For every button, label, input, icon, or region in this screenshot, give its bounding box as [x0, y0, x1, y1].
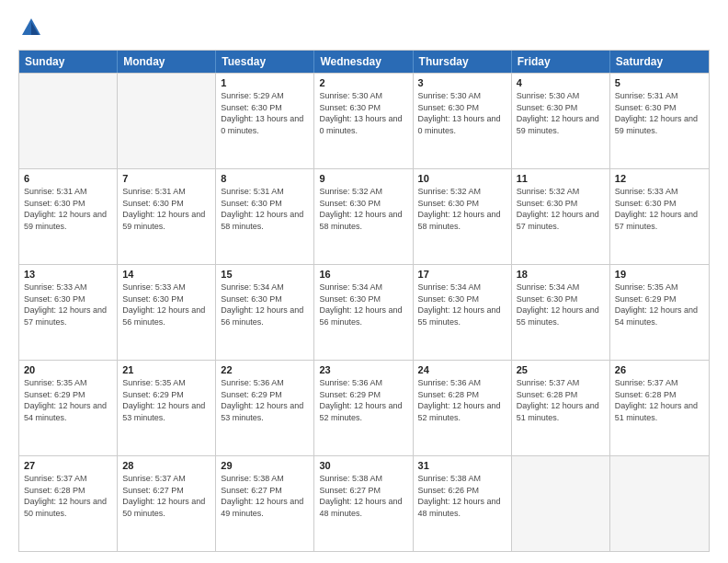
day-number: 30: [319, 460, 407, 471]
day-number: 9: [319, 173, 407, 184]
day-number: 12: [615, 173, 704, 184]
cell-info: Sunrise: 5:32 AM Sunset: 6:30 PM Dayligh…: [418, 186, 506, 232]
cell-info: Sunrise: 5:34 AM Sunset: 6:30 PM Dayligh…: [221, 282, 309, 327]
weekday-header: Thursday: [414, 51, 512, 73]
day-number: 20: [24, 364, 112, 375]
calendar-cell: 13Sunrise: 5:33 AM Sunset: 6:30 PM Dayli…: [19, 265, 118, 360]
calendar-cell: 24Sunrise: 5:36 AM Sunset: 6:28 PM Dayli…: [414, 361, 512, 455]
calendar-cell: 5Sunrise: 5:31 AM Sunset: 6:30 PM Daylig…: [610, 74, 709, 168]
calendar-row: 1Sunrise: 5:29 AM Sunset: 6:30 PM Daylig…: [19, 73, 709, 168]
calendar-row: 27Sunrise: 5:37 AM Sunset: 6:28 PM Dayli…: [19, 455, 709, 551]
calendar-body: 1Sunrise: 5:29 AM Sunset: 6:30 PM Daylig…: [19, 73, 709, 551]
cell-info: Sunrise: 5:36 AM Sunset: 6:29 PM Dayligh…: [319, 377, 407, 423]
cell-info: Sunrise: 5:34 AM Sunset: 6:30 PM Dayligh…: [418, 282, 506, 327]
cell-info: Sunrise: 5:34 AM Sunset: 6:30 PM Dayligh…: [517, 282, 605, 327]
cell-info: Sunrise: 5:35 AM Sunset: 6:29 PM Dayligh…: [122, 377, 210, 423]
calendar-cell: 1Sunrise: 5:29 AM Sunset: 6:30 PM Daylig…: [216, 74, 314, 168]
calendar-cell: 18Sunrise: 5:34 AM Sunset: 6:30 PM Dayli…: [512, 265, 610, 360]
cell-info: Sunrise: 5:30 AM Sunset: 6:30 PM Dayligh…: [517, 90, 605, 136]
day-number: 31: [418, 460, 506, 471]
calendar-cell: 30Sunrise: 5:38 AM Sunset: 6:27 PM Dayli…: [314, 456, 413, 551]
day-number: 8: [221, 173, 309, 184]
day-number: 2: [319, 77, 407, 88]
day-number: 27: [24, 460, 112, 471]
cell-info: Sunrise: 5:35 AM Sunset: 6:29 PM Dayligh…: [615, 282, 704, 327]
calendar-cell: 26Sunrise: 5:37 AM Sunset: 6:28 PM Dayli…: [610, 361, 709, 455]
calendar-row: 20Sunrise: 5:35 AM Sunset: 6:29 PM Dayli…: [19, 360, 709, 455]
calendar: SundayMondayTuesdayWednesdayThursdayFrid…: [18, 50, 710, 552]
weekday-header: Sunday: [19, 51, 118, 73]
calendar-row: 6Sunrise: 5:31 AM Sunset: 6:30 PM Daylig…: [19, 168, 709, 264]
cell-info: Sunrise: 5:33 AM Sunset: 6:30 PM Dayligh…: [122, 282, 210, 327]
calendar-cell: 8Sunrise: 5:31 AM Sunset: 6:30 PM Daylig…: [216, 169, 314, 264]
calendar-cell: 17Sunrise: 5:34 AM Sunset: 6:30 PM Dayli…: [414, 265, 512, 360]
day-number: 15: [221, 269, 309, 280]
calendar-cell: [118, 74, 216, 168]
calendar-cell: 23Sunrise: 5:36 AM Sunset: 6:29 PM Dayli…: [314, 361, 413, 455]
cell-info: Sunrise: 5:36 AM Sunset: 6:29 PM Dayligh…: [221, 377, 309, 423]
calendar-cell: 14Sunrise: 5:33 AM Sunset: 6:30 PM Dayli…: [118, 265, 216, 360]
calendar-cell: 4Sunrise: 5:30 AM Sunset: 6:30 PM Daylig…: [512, 74, 610, 168]
day-number: 21: [122, 364, 210, 375]
cell-info: Sunrise: 5:37 AM Sunset: 6:28 PM Dayligh…: [517, 377, 605, 423]
cell-info: Sunrise: 5:34 AM Sunset: 6:30 PM Dayligh…: [319, 282, 407, 327]
day-number: 13: [24, 269, 112, 280]
weekday-header: Monday: [118, 51, 216, 73]
day-number: 5: [615, 77, 704, 88]
calendar-cell: 31Sunrise: 5:38 AM Sunset: 6:26 PM Dayli…: [414, 456, 512, 551]
calendar-header: SundayMondayTuesdayWednesdayThursdayFrid…: [19, 51, 709, 73]
day-number: 18: [517, 269, 605, 280]
calendar-cell: 7Sunrise: 5:31 AM Sunset: 6:30 PM Daylig…: [118, 169, 216, 264]
calendar-cell: 19Sunrise: 5:35 AM Sunset: 6:29 PM Dayli…: [610, 265, 709, 360]
cell-info: Sunrise: 5:31 AM Sunset: 6:30 PM Dayligh…: [122, 186, 210, 232]
calendar-cell: 25Sunrise: 5:37 AM Sunset: 6:28 PM Dayli…: [512, 361, 610, 455]
day-number: 10: [418, 173, 506, 184]
cell-info: Sunrise: 5:37 AM Sunset: 6:28 PM Dayligh…: [615, 377, 704, 423]
calendar-cell: 27Sunrise: 5:37 AM Sunset: 6:28 PM Dayli…: [19, 456, 118, 551]
day-number: 29: [221, 460, 309, 471]
cell-info: Sunrise: 5:32 AM Sunset: 6:30 PM Dayligh…: [517, 186, 605, 232]
day-number: 26: [615, 364, 704, 375]
calendar-cell: 21Sunrise: 5:35 AM Sunset: 6:29 PM Dayli…: [118, 361, 216, 455]
day-number: 17: [418, 269, 506, 280]
weekday-header: Tuesday: [216, 51, 314, 73]
day-number: 1: [221, 77, 309, 88]
calendar-cell: 2Sunrise: 5:30 AM Sunset: 6:30 PM Daylig…: [314, 74, 413, 168]
day-number: 4: [517, 77, 605, 88]
weekday-header: Friday: [512, 51, 610, 73]
calendar-cell: 3Sunrise: 5:30 AM Sunset: 6:30 PM Daylig…: [414, 74, 512, 168]
calendar-cell: 22Sunrise: 5:36 AM Sunset: 6:29 PM Dayli…: [216, 361, 314, 455]
weekday-header: Saturday: [610, 51, 709, 73]
cell-info: Sunrise: 5:30 AM Sunset: 6:30 PM Dayligh…: [418, 90, 506, 136]
cell-info: Sunrise: 5:38 AM Sunset: 6:27 PM Dayligh…: [319, 473, 407, 519]
calendar-cell: 15Sunrise: 5:34 AM Sunset: 6:30 PM Dayli…: [216, 265, 314, 360]
cell-info: Sunrise: 5:38 AM Sunset: 6:27 PM Dayligh…: [221, 473, 309, 519]
calendar-cell: [610, 456, 709, 551]
cell-info: Sunrise: 5:31 AM Sunset: 6:30 PM Dayligh…: [24, 186, 112, 232]
cell-info: Sunrise: 5:36 AM Sunset: 6:28 PM Dayligh…: [418, 377, 506, 423]
cell-info: Sunrise: 5:29 AM Sunset: 6:30 PM Dayligh…: [221, 90, 309, 136]
calendar-cell: [19, 74, 118, 168]
cell-info: Sunrise: 5:33 AM Sunset: 6:30 PM Dayligh…: [615, 186, 704, 232]
calendar-cell: 20Sunrise: 5:35 AM Sunset: 6:29 PM Dayli…: [19, 361, 118, 455]
day-number: 14: [122, 269, 210, 280]
day-number: 25: [517, 364, 605, 375]
logo-icon: [18, 15, 44, 40]
page: SundayMondayTuesdayWednesdayThursdayFrid…: [0, 0, 728, 563]
cell-info: Sunrise: 5:38 AM Sunset: 6:26 PM Dayligh…: [418, 473, 506, 519]
calendar-cell: 6Sunrise: 5:31 AM Sunset: 6:30 PM Daylig…: [19, 169, 118, 264]
day-number: 11: [517, 173, 605, 184]
day-number: 23: [319, 364, 407, 375]
calendar-cell: 11Sunrise: 5:32 AM Sunset: 6:30 PM Dayli…: [512, 169, 610, 264]
calendar-cell: 10Sunrise: 5:32 AM Sunset: 6:30 PM Dayli…: [414, 169, 512, 264]
day-number: 16: [319, 269, 407, 280]
day-number: 22: [221, 364, 309, 375]
day-number: 7: [122, 173, 210, 184]
day-number: 28: [122, 460, 210, 471]
calendar-cell: 16Sunrise: 5:34 AM Sunset: 6:30 PM Dayli…: [314, 265, 413, 360]
cell-info: Sunrise: 5:37 AM Sunset: 6:27 PM Dayligh…: [122, 473, 210, 519]
calendar-row: 13Sunrise: 5:33 AM Sunset: 6:30 PM Dayli…: [19, 264, 709, 360]
day-number: 24: [418, 364, 506, 375]
cell-info: Sunrise: 5:31 AM Sunset: 6:30 PM Dayligh…: [615, 90, 704, 136]
cell-info: Sunrise: 5:33 AM Sunset: 6:30 PM Dayligh…: [24, 282, 112, 327]
